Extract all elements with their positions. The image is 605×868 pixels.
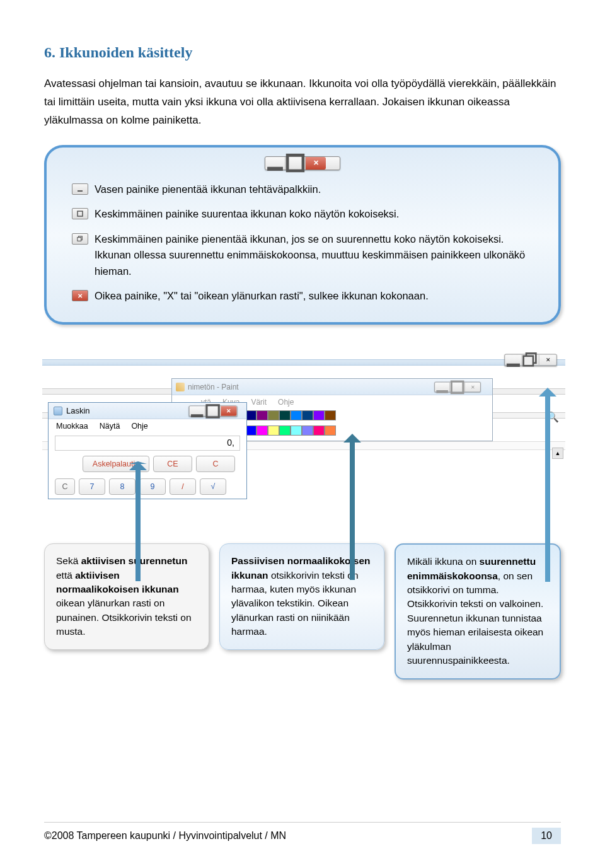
color-swatch	[291, 425, 302, 436]
close-icon: ✕	[539, 355, 556, 366]
minimize-icon	[190, 406, 205, 416]
menu-item: Näytä	[100, 422, 120, 431]
maximized-window-controls: ✕	[504, 354, 556, 366]
svg-rect-1	[287, 155, 303, 171]
calc-button-c: C	[196, 456, 235, 472]
minimize-description: Vasen painike pienentää ikkunan tehtäväp…	[95, 182, 533, 198]
svg-rect-0	[267, 167, 283, 171]
calc-display: 0,	[55, 436, 240, 451]
notes-row: Sekä aktiivisen suurennetun että aktiivi…	[44, 543, 561, 680]
svg-rect-12	[207, 405, 219, 417]
maximize-icon	[205, 406, 221, 416]
color-swatch	[268, 410, 279, 420]
close-icon: ✕	[465, 382, 480, 391]
maximize-icon	[72, 208, 88, 219]
minimize-icon	[265, 157, 285, 170]
color-swatch	[313, 425, 325, 436]
color-swatch	[302, 425, 313, 436]
color-swatch	[313, 410, 325, 420]
calc-button: √	[200, 478, 226, 495]
color-swatch	[279, 425, 291, 436]
restore-icon	[522, 355, 539, 366]
minimize-icon	[72, 183, 88, 195]
svg-marker-14	[129, 461, 147, 581]
color-swatch	[302, 410, 313, 420]
close-description: Oikea painike, "X" tai "oikean ylänurkan…	[95, 288, 533, 304]
calc-button: /	[170, 478, 196, 495]
svg-marker-15	[343, 434, 361, 580]
calc-title: Laskin	[66, 406, 90, 415]
maximize-description: Keskimmäinen painike suurentaa ikkunan k…	[95, 206, 533, 223]
color-swatch	[256, 410, 268, 420]
menu-item: Värit	[251, 398, 267, 407]
footer-copyright: ©2008 Tampereen kaupunki / Hyvinvointipa…	[44, 830, 286, 842]
calc-button: C	[55, 478, 75, 495]
paint-title: nimetön - Paint	[188, 383, 239, 391]
color-swatch	[325, 410, 336, 420]
page-title: 6. Ikkunoiden käsittely	[44, 44, 561, 61]
intro-paragraph: Avatessasi ohjelman tai kansioin, avautu…	[44, 75, 561, 130]
arrow-to-note-2	[341, 434, 364, 580]
menu-item: Muokkaa	[56, 422, 88, 431]
close-icon: ✕	[306, 157, 326, 170]
page-number: 10	[532, 828, 561, 844]
menu-item: Ohje	[278, 398, 294, 407]
restore-icon	[72, 233, 88, 245]
svg-rect-10	[451, 381, 463, 393]
arrow-to-note-1	[127, 461, 149, 581]
svg-rect-8	[524, 356, 533, 365]
svg-marker-16	[539, 388, 556, 582]
svg-rect-5	[78, 237, 81, 241]
color-swatch	[256, 425, 268, 436]
svg-rect-2	[78, 190, 83, 192]
window-buttons-callout: ✕ Vasen painike pienentää ikkunan tehtäv…	[44, 145, 561, 325]
calc-app-icon	[54, 407, 62, 415]
svg-rect-9	[436, 390, 448, 393]
arrow-to-note-3	[536, 388, 559, 582]
maximize-icon	[450, 382, 465, 391]
svg-rect-3	[78, 211, 83, 216]
maximized-titlebar-stripe	[42, 359, 565, 366]
page-footer: ©2008 Tampereen kaupunki / Hyvinvointipa…	[44, 822, 561, 844]
color-swatch	[279, 410, 291, 420]
color-swatch	[291, 410, 302, 420]
color-swatch	[268, 425, 279, 436]
svg-rect-6	[507, 363, 520, 366]
windows-screenshot-collage: ✕ 🔍 ▲ nimetön - Paint ✕ ytä Kuva Värit O…	[42, 353, 565, 517]
calc-button: 7	[79, 478, 105, 495]
calc-button-ce: CE	[153, 456, 192, 472]
minimize-icon	[435, 382, 450, 391]
menu-item: Ohje	[131, 422, 147, 431]
close-icon: ✕	[221, 406, 236, 416]
close-icon: ✕	[72, 290, 88, 301]
svg-rect-11	[191, 414, 203, 417]
window-control-trio-illustration: ✕	[265, 156, 340, 170]
restore-description: Keskimmäinen painike pienentää ikkunan, …	[95, 231, 533, 280]
minimize-icon	[505, 355, 522, 366]
color-swatch	[325, 425, 336, 436]
paint-app-icon	[176, 383, 185, 391]
maximize-icon	[285, 157, 306, 170]
